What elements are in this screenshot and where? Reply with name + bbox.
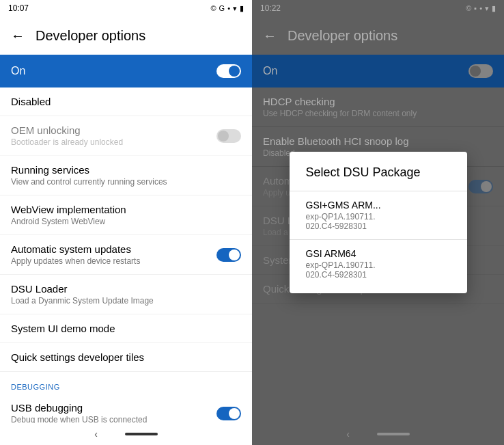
setting-subtitle: Apply updates when device restarts [11, 256, 140, 266]
google-icon: G [219, 4, 225, 12]
setting-title: Quick settings developer tiles [11, 351, 144, 363]
page-title-left: Developer options [36, 28, 145, 44]
dot-icon: • [227, 4, 230, 12]
nav-pill-left [125, 433, 158, 435]
list-item[interactable]: System UI demo mode [0, 314, 252, 343]
setting-title: USB debugging [11, 402, 147, 414]
dialog-item-title: GSI+GMS ARM... [306, 200, 451, 211]
setting-title: OEM unlocking [11, 124, 123, 136]
list-item[interactable]: OEM unlocking Bootloader is already unlo… [0, 116, 252, 156]
list-item[interactable]: Automatic system updates Apply updates w… [0, 235, 252, 275]
back-button-left[interactable]: ← [11, 28, 25, 44]
phone-right: 10:22 © ▪ • ▾ ▮ ← Developer options On H… [252, 0, 504, 445]
dialog-overlay[interactable]: Select DSU Package GSI+GMS ARM... exp-QP… [252, 0, 504, 445]
wifi-icon: ▾ [233, 4, 237, 13]
setting-title: Automatic system updates [11, 243, 140, 255]
dialog-item-gsi-gms[interactable]: GSI+GMS ARM... exp-QP1A.190711.020.C4-59… [290, 191, 467, 239]
sim-icon: © [210, 4, 216, 12]
toolbar-left: ← Developer options [0, 16, 252, 55]
nav-bar-left: ‹ [0, 423, 252, 445]
battery-icon: ▮ [240, 4, 244, 13]
list-item[interactable]: Quick settings developer tiles [0, 343, 252, 372]
setting-subtitle: Android System WebView [11, 217, 126, 226]
status-time-left: 10:07 [8, 3, 29, 13]
on-label-left: On [11, 65, 25, 77]
select-dsu-dialog: Select DSU Package GSI+GMS ARM... exp-QP… [290, 152, 467, 293]
settings-list-left: Disabled OEM unlocking Bootloader is alr… [0, 87, 252, 423]
on-bar-left[interactable]: On [0, 55, 252, 87]
auto-update-toggle[interactable] [216, 248, 241, 262]
setting-title: Running services [11, 164, 167, 176]
on-toggle-left[interactable] [216, 64, 241, 78]
list-item[interactable]: WebView implementation Android System We… [0, 195, 252, 235]
setting-title: DSU Loader [11, 283, 154, 295]
back-nav-icon[interactable]: ‹ [94, 429, 98, 440]
list-item[interactable]: DSU Loader Load a Dyanmic System Update … [0, 275, 252, 314]
setting-subtitle: View and control currently running servi… [11, 177, 167, 187]
setting-title: Disabled [11, 96, 51, 107]
status-bar-left: 10:07 © G • ▾ ▮ [0, 0, 252, 16]
phone-left: 10:07 © G • ▾ ▮ ← Developer options On D… [0, 0, 252, 445]
section-header-debugging: DEBUGGING [0, 372, 252, 394]
setting-title: System UI demo mode [11, 323, 115, 334]
dialog-item-subtitle: exp-QP1A.190711.020.C4-5928301 [306, 212, 451, 231]
dialog-title: Select DSU Package [290, 165, 467, 191]
list-item[interactable]: Running services View and control curren… [0, 156, 252, 195]
status-icons-left: © G • ▾ ▮ [210, 4, 244, 13]
dialog-item-subtitle: exp-QP1A.190711.020.C4-5928301 [306, 260, 451, 280]
setting-subtitle: Load a Dyanmic System Update Image [11, 296, 154, 306]
list-item: Disabled [0, 87, 252, 116]
setting-subtitle: Bootloader is already unlocked [11, 137, 123, 147]
setting-title: WebView implementation [11, 204, 126, 215]
setting-subtitle: Debug mode when USB is connected [11, 415, 147, 423]
usb-debug-toggle[interactable] [216, 407, 241, 420]
dialog-item-gsi-arm64[interactable]: GSI ARM64 exp-QP1A.190711.020.C4-5928301 [290, 240, 467, 288]
dialog-item-title: GSI ARM64 [306, 248, 451, 259]
list-item[interactable]: USB debugging Debug mode when USB is con… [0, 394, 252, 423]
oem-toggle[interactable] [216, 129, 241, 143]
